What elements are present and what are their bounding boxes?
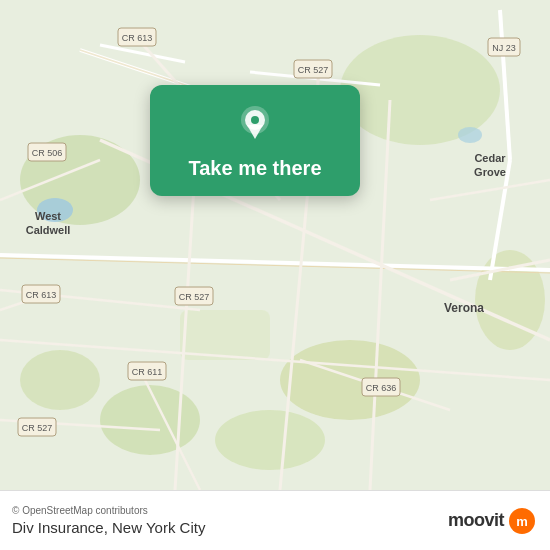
- svg-point-58: [251, 116, 259, 124]
- svg-text:m: m: [516, 514, 528, 529]
- location-name-text: Div Insurance, New York City: [12, 519, 205, 536]
- svg-text:CR 613: CR 613: [122, 33, 153, 43]
- svg-text:CR 636: CR 636: [366, 383, 397, 393]
- svg-text:CR 527: CR 527: [179, 292, 210, 302]
- svg-text:CR 613: CR 613: [26, 290, 57, 300]
- copyright-text: © OpenStreetMap contributors: [12, 505, 205, 516]
- bottom-bar: © OpenStreetMap contributors Div Insuran…: [0, 490, 550, 550]
- take-me-there-label: Take me there: [188, 157, 321, 180]
- map-svg: CR 613 CR 527 NJ 23 CR 506 CR 527 CR 613…: [0, 0, 550, 490]
- svg-text:CR 527: CR 527: [298, 65, 329, 75]
- svg-rect-6: [180, 310, 270, 360]
- moovit-brand-icon: m: [508, 507, 536, 535]
- svg-point-4: [100, 385, 200, 455]
- svg-text:Cedar: Cedar: [474, 152, 506, 164]
- moovit-logo-text: moovit: [448, 510, 504, 531]
- svg-text:Grove: Grove: [474, 166, 506, 178]
- svg-text:Caldwell: Caldwell: [26, 224, 71, 236]
- svg-text:CR 506: CR 506: [32, 148, 63, 158]
- bottom-bar-left: © OpenStreetMap contributors Div Insuran…: [12, 505, 205, 536]
- svg-point-10: [458, 127, 482, 143]
- svg-text:NJ 23: NJ 23: [492, 43, 516, 53]
- popup-card[interactable]: Take me there: [150, 85, 360, 196]
- moovit-logo: moovit m: [448, 507, 536, 535]
- location-pin-icon: [233, 103, 277, 147]
- map-container: CR 613 CR 527 NJ 23 CR 506 CR 527 CR 613…: [0, 0, 550, 490]
- svg-text:CR 611: CR 611: [132, 367, 163, 377]
- svg-point-8: [20, 350, 100, 410]
- svg-text:West: West: [35, 210, 61, 222]
- svg-text:Verona: Verona: [444, 301, 484, 315]
- svg-text:CR 527: CR 527: [22, 423, 53, 433]
- svg-point-7: [215, 410, 325, 470]
